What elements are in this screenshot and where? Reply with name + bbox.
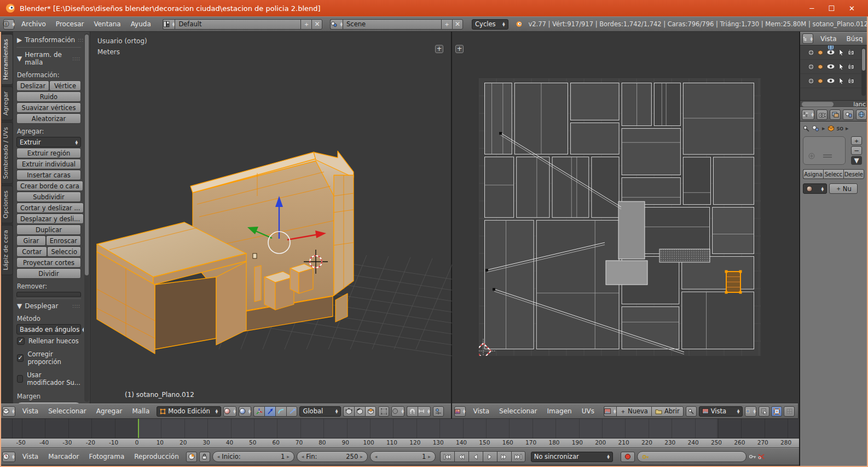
menu-reproducci-n[interactable]: Reproducción — [129, 452, 184, 462]
uv-pivot-dropdown[interactable]: ▲▼ — [745, 406, 756, 417]
right-arrow-icon[interactable]: ▸ — [360, 454, 363, 459]
jump-to-end-button[interactable] — [511, 451, 525, 462]
eye-icon[interactable] — [826, 64, 835, 70]
tool-button-subdividir[interactable]: Subdividir — [16, 192, 81, 202]
eye-icon[interactable] — [826, 78, 835, 84]
deselect-material-button[interactable]: Desele — [843, 169, 864, 179]
tool-button-extruir-individual[interactable]: Extruir individual — [16, 159, 81, 169]
translate-manipulator-button[interactable] — [264, 406, 275, 417]
editor-type-timeline-button[interactable]: ▲▼ — [2, 452, 15, 462]
open-image-button[interactable]: Abrir — [651, 406, 684, 417]
panel-transform-header[interactable]: ▶ Transformación:::: — [16, 34, 81, 45]
pointer-icon[interactable] — [838, 63, 844, 70]
shelf-tab-herramientas[interactable]: Herramientas — [1, 34, 13, 85]
expand-icon[interactable] — [808, 78, 814, 84]
jump-to-start-button[interactable] — [440, 451, 454, 462]
editor-type-image-button[interactable]: ▲▼ — [454, 406, 466, 417]
uv-open-panel-plus[interactable]: + — [455, 45, 464, 53]
remove-dropdown-clipped[interactable] — [16, 292, 81, 297]
delete-keyframe-icon[interactable] — [757, 453, 765, 460]
checkbox-row[interactable]: ✓Rellenar huecos — [16, 335, 81, 348]
panel-meshtools-header[interactable]: ▼ Herram. de malla:::: — [16, 49, 81, 68]
face-select-button[interactable] — [365, 406, 376, 417]
view3d-area[interactable]: Usuario (ortog) Meters (1) sotano_Plano.… — [0, 32, 452, 419]
delete-scene-button[interactable]: ✕ — [452, 19, 463, 30]
left-arrow-icon[interactable]: ◂ — [302, 454, 304, 459]
outliner-tree[interactable] — [800, 45, 867, 100]
next-keyframe-button[interactable] — [497, 451, 511, 462]
new-image-button[interactable]: ＋Nueva — [616, 406, 651, 417]
editor-type-3d-button[interactable]: ▲▼ — [2, 406, 15, 417]
tab-world-icon[interactable] — [856, 109, 867, 120]
checkbox[interactable]: ✓ — [17, 354, 24, 362]
menu-imagen[interactable]: Imagen — [542, 406, 577, 416]
scene-icon-button[interactable]: ▲▼ — [330, 19, 343, 30]
menu-vista[interactable]: Vista — [815, 34, 842, 44]
insert-keyframe-icon[interactable] — [749, 453, 756, 460]
tool-button-crear-borde-o-cara[interactable]: Crear borde o cara — [16, 181, 83, 191]
unwrap-method-dropdown[interactable]: Basado en ángulos▲▼ — [16, 324, 81, 335]
snap-target-button[interactable] — [433, 406, 444, 417]
tool-shelf-scrollbar[interactable] — [84, 33, 89, 402]
tool-button-seleccio[interactable]: Seleccio — [47, 246, 81, 257]
context-pin-icon[interactable] — [803, 125, 809, 132]
menu-ayuda[interactable]: Ayuda — [126, 19, 156, 29]
outliner-horizontal-scrollbar[interactable]: lanc — [800, 100, 867, 107]
table-mesh[interactable] — [97, 222, 246, 354]
checkbox-row[interactable]: ✓Corregir proporción — [16, 348, 81, 368]
scene-name-field[interactable]: Scene — [343, 19, 441, 30]
outliner-vertical-scrollbar[interactable] — [861, 48, 866, 96]
camera-restrict-icon[interactable] — [848, 49, 856, 55]
object-name-breadcrumb[interactable]: so — [837, 125, 843, 132]
add-material-slot-button[interactable]: ＋ — [851, 136, 862, 145]
tool-button-proyectar-cortes[interactable]: Proyectar cortes — [16, 257, 81, 268]
snap-toggle-button[interactable] — [407, 406, 418, 417]
menu-agregar[interactable]: Agregar — [91, 406, 128, 416]
checkbox[interactable] — [17, 375, 23, 383]
uv-select-sync-button[interactable] — [759, 406, 769, 417]
shelf-tab-sombreado-uvs[interactable]: Sombreado / UVs — [1, 122, 13, 184]
select-material-button[interactable]: Selecc — [823, 169, 843, 179]
vertex-select-button[interactable] — [343, 406, 354, 417]
extrude-dropdown[interactable]: Extruir▲▼ — [16, 137, 81, 147]
checkbox[interactable]: ✓ — [17, 337, 25, 345]
preview-range-button[interactable] — [186, 452, 197, 462]
tool-button-insertar-caras[interactable]: Insertar caras — [16, 170, 81, 180]
right-arrow-icon[interactable]: ▸ — [428, 454, 431, 459]
uv-canvas[interactable] — [479, 78, 761, 356]
close-button[interactable]: ✕ — [849, 4, 855, 13]
timeline-track[interactable] — [0, 419, 799, 439]
tool-button-aleatorizar[interactable]: Aleatorizar — [16, 113, 81, 124]
proportional-edit-dropdown[interactable]: ▲▼ — [391, 406, 404, 417]
play-reverse-button[interactable] — [468, 451, 483, 462]
menu-seleccionar[interactable]: Seleccionar — [43, 406, 91, 416]
uv-editor-area[interactable]: + ▲▼ VistaSeleccionarImagenUVs ▲▼ ＋Nueva — [452, 32, 798, 419]
expand-icon[interactable] — [808, 64, 814, 70]
edge-select-button[interactable] — [354, 406, 365, 417]
tool-button-cortar[interactable]: Cortar — [16, 246, 47, 257]
menu-vista[interactable]: Vista — [18, 406, 44, 416]
menu-seleccionar[interactable]: Seleccionar — [494, 406, 542, 416]
manipulator-toggle-button[interactable] — [253, 406, 264, 417]
tool-button-cortar-y-deslizar-[interactable]: Cortar y deslizar ... — [16, 203, 84, 213]
material-slots-list[interactable] — [803, 136, 846, 165]
tool-button-ruido[interactable]: Ruido — [16, 91, 81, 102]
delete-layout-button[interactable]: ✕ — [311, 19, 322, 30]
menu-fotograma[interactable]: Fotograma — [84, 452, 129, 462]
uv-sticky-select-button[interactable] — [784, 406, 795, 417]
tab-scene-icon[interactable] — [843, 109, 854, 120]
uv-vertex-select-button[interactable] — [771, 406, 782, 417]
material-browse-dropdown[interactable]: ▲▼ — [803, 183, 827, 194]
camera-restrict-icon[interactable] — [848, 64, 856, 70]
tool-button-deslizar[interactable]: Deslizar — [16, 80, 49, 91]
menu-procesar[interactable]: Procesar — [51, 19, 89, 29]
checkbox-row[interactable]: Usar modificador Su... — [16, 368, 81, 389]
right-arrow-icon[interactable]: ▸ — [287, 454, 290, 459]
panel-unwrap-header[interactable]: ▼ Desplegar:::: — [16, 301, 81, 312]
add-scene-button[interactable]: ＋ — [441, 19, 452, 30]
shelf-tab-l-piz-de-cera[interactable]: Lápiz de cera — [1, 225, 13, 275]
occlude-geometry-button[interactable] — [378, 406, 389, 417]
maximize-button[interactable]: ☐ — [828, 4, 835, 13]
left-arrow-icon[interactable]: ◂ — [375, 454, 378, 459]
menu-marcador[interactable]: Marcador — [43, 452, 84, 462]
